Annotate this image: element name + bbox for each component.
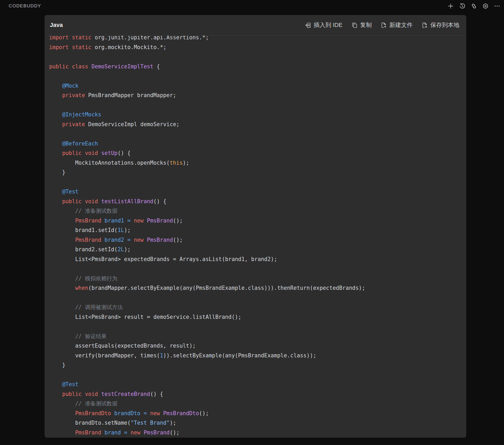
code-line: brandDto.setName("Test Brand"); bbox=[49, 418, 466, 428]
settings-button[interactable] bbox=[482, 2, 489, 10]
history-icon bbox=[459, 3, 466, 10]
code-line: brand1.setId(1L); bbox=[49, 225, 466, 235]
plus-icon bbox=[447, 3, 454, 10]
code-line: // 准备测试数据 bbox=[49, 206, 466, 216]
new-file-icon bbox=[380, 22, 387, 29]
insert-to-ide-button[interactable]: 插入到 IDE bbox=[305, 21, 342, 29]
language-label: Java bbox=[50, 22, 63, 29]
code-line: } bbox=[49, 168, 466, 177]
code-line bbox=[49, 71, 466, 81]
code-line: verify(brandMapper, times(1)).selectByEx… bbox=[49, 351, 466, 361]
code-line: MockitoAnnotations.openMocks(this); bbox=[49, 158, 466, 168]
code-line: PmsBrand brand2 = new PmsBrand(); bbox=[49, 235, 466, 245]
code-line: PmsBrand brand1 = new PmsBrand(); bbox=[49, 216, 466, 226]
code-line bbox=[49, 100, 466, 110]
code-line: // 准备测试数据 bbox=[49, 399, 466, 409]
code-line: public void testListAllBrand() { bbox=[49, 197, 466, 206]
copy-button[interactable]: 复制 bbox=[351, 21, 372, 29]
code-line bbox=[49, 370, 466, 380]
code-line: // 调用被测试方法 bbox=[49, 302, 466, 312]
new-file-button[interactable]: 新建文件 bbox=[380, 21, 413, 29]
code-line: @InjectMocks bbox=[49, 110, 466, 120]
history-button[interactable] bbox=[459, 2, 466, 10]
code-line: public void testCreateBrand() { bbox=[49, 389, 466, 399]
code-block: import static org.junit.jupiter.api.Asse… bbox=[45, 36, 466, 437]
insert-to-ide-icon bbox=[305, 22, 311, 29]
code-line: private DemoServiceImpl demoService; bbox=[49, 120, 466, 129]
code-line: @BeforeEach bbox=[49, 139, 466, 149]
plugin-icon bbox=[470, 3, 477, 10]
new-chat-button[interactable] bbox=[447, 2, 454, 10]
code-panel: Java 插入到 IDE 复制 bbox=[45, 15, 466, 438]
code-line bbox=[49, 129, 466, 139]
code-line: PmsBrand brand = new PmsBrand(); bbox=[49, 428, 466, 438]
copy-label: 复制 bbox=[360, 21, 372, 29]
code-line bbox=[49, 293, 466, 303]
top-bar-actions bbox=[447, 2, 501, 10]
code-line: public class DemoServiceImplTest { bbox=[49, 62, 466, 72]
top-bar: CODEBUDDY bbox=[0, 0, 504, 12]
code-panel-header: Java 插入到 IDE 复制 bbox=[45, 15, 466, 35]
ellipsis-icon bbox=[494, 3, 501, 10]
code-line: @Mock bbox=[49, 81, 466, 91]
code-line: assertEquals(expectedBrands, result); bbox=[49, 341, 466, 351]
code-line: @Test bbox=[49, 187, 466, 197]
insert-to-ide-label: 插入到 IDE bbox=[314, 21, 342, 29]
code-line: // 模拟依赖行为 bbox=[49, 274, 466, 283]
code-line: private PmsBrandMapper brandMapper; bbox=[49, 91, 466, 100]
code-line bbox=[49, 52, 466, 62]
code-line: @Test bbox=[49, 380, 466, 389]
app-title: CODEBUDDY bbox=[9, 3, 41, 9]
code-line bbox=[49, 264, 466, 274]
save-to-local-icon bbox=[421, 22, 428, 29]
code-line: // 验证结果 bbox=[49, 332, 466, 341]
settings-gear-icon bbox=[482, 3, 489, 10]
code-line: import static org.mockito.Mockito.*; bbox=[49, 42, 466, 52]
copy-icon bbox=[351, 22, 358, 29]
code-line: brand2.setId(2L); bbox=[49, 245, 466, 254]
code-line bbox=[49, 322, 466, 332]
code-line: List<PmsBrand> result = demoService.list… bbox=[49, 312, 466, 322]
new-file-label: 新建文件 bbox=[389, 21, 413, 29]
code-line: List<PmsBrand> expectedBrands = Arrays.a… bbox=[49, 254, 466, 264]
code-line: when(brandMapper.selectByExample(any(Pms… bbox=[49, 283, 466, 293]
save-to-local-button[interactable]: 保存到本地 bbox=[421, 21, 459, 29]
code-line: public void setUp() { bbox=[49, 148, 466, 158]
code-line: } bbox=[49, 360, 466, 370]
more-button[interactable] bbox=[493, 2, 501, 10]
code-viewport[interactable]: import static org.junit.jupiter.api.Asse… bbox=[45, 36, 466, 438]
code-line: import static org.junit.jupiter.api.Asse… bbox=[49, 36, 466, 42]
code-line bbox=[49, 177, 466, 187]
plugins-button[interactable] bbox=[470, 2, 478, 10]
save-to-local-label: 保存到本地 bbox=[430, 21, 459, 29]
code-actions: 插入到 IDE 复制 新建文件 bbox=[305, 21, 459, 29]
code-line: PmsBrandDto brandDto = new PmsBrandDto()… bbox=[49, 409, 466, 418]
